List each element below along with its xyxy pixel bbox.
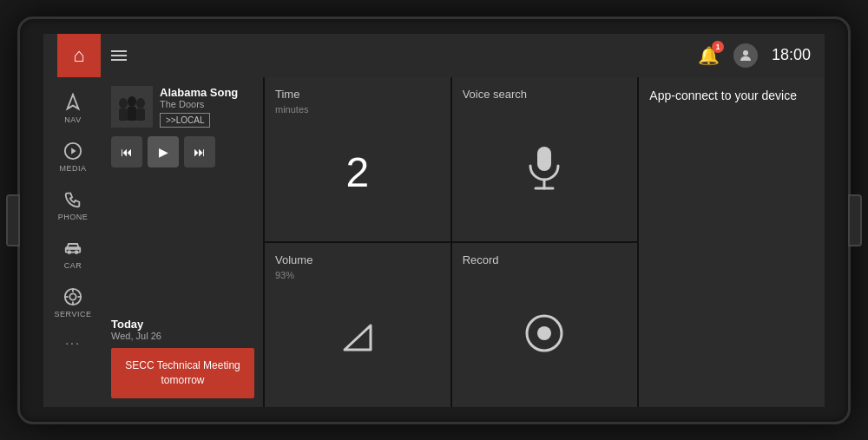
time-tile-title: Time — [275, 88, 440, 101]
sidebar-item-phone[interactable]: PHONE — [43, 181, 102, 230]
voice-tile[interactable]: Voice search — [452, 77, 638, 241]
svg-point-16 — [128, 96, 136, 107]
media-tile[interactable]: Alabama Song The Doors >>LOCAL ⏮ ▶ ⏭ Tod… — [102, 77, 263, 407]
top-bar: ⌂ 🔔 1 18:00 — [43, 34, 825, 77]
cal-event[interactable]: SECC Technical Meeting tomorrow — [111, 348, 254, 398]
menu-line1 — [111, 50, 127, 52]
sidebar-label-car: CAR — [64, 261, 82, 270]
svg-rect-17 — [128, 107, 136, 121]
profile-icon — [738, 48, 753, 63]
voice-tile-title: Voice search — [463, 88, 628, 101]
album-art — [111, 86, 153, 128]
sidebar-item-media[interactable]: MEDIA — [43, 133, 102, 181]
cal-date: Today — [111, 318, 254, 331]
nav-icon — [63, 93, 82, 112]
home-button[interactable]: ⌂ — [57, 34, 101, 77]
svg-point-18 — [136, 98, 145, 108]
clock-display: 18:00 — [772, 46, 811, 64]
sidebar: NAV MEDIA PHONE — [43, 77, 102, 407]
media-info: Alabama Song The Doors >>LOCAL — [160, 86, 254, 128]
song-artist: The Doors — [160, 99, 254, 109]
car-icon — [63, 239, 82, 258]
bracket-right — [848, 194, 862, 246]
volume-tile-title: Volume — [275, 253, 440, 266]
top-bar-right: 🔔 1 18:00 — [698, 43, 811, 68]
next-button[interactable]: ⏭ — [184, 136, 215, 167]
sidebar-label-service: SERVICE — [55, 310, 92, 319]
record-tile-title: Record — [463, 253, 628, 266]
volume-icon — [275, 280, 440, 397]
more-button[interactable]: ··· — [56, 327, 89, 358]
time-tile-value: 2 — [275, 115, 440, 231]
notification-bell[interactable]: 🔔 1 — [698, 45, 720, 66]
service-icon — [63, 287, 82, 306]
screen: ⌂ 🔔 1 18:00 — [43, 34, 825, 407]
profile-button[interactable] — [733, 43, 758, 68]
menu-line3 — [111, 59, 127, 61]
song-title: Alabama Song — [160, 86, 254, 99]
svg-point-14 — [119, 98, 128, 108]
svg-point-0 — [743, 50, 748, 56]
svg-rect-15 — [119, 108, 128, 121]
play-button[interactable]: ▶ — [148, 136, 179, 167]
sidebar-label-phone: PHONE — [58, 213, 89, 221]
volume-tile-value: 93% — [275, 270, 440, 280]
notification-badge: 1 — [712, 41, 724, 53]
svg-marker-3 — [71, 148, 76, 154]
record-icon — [463, 270, 628, 397]
mic-icon — [463, 104, 628, 231]
app-connect-text: App-connect to your device — [649, 88, 814, 105]
album-art-inner — [111, 86, 153, 128]
bracket-left — [6, 194, 20, 246]
svg-point-25 — [537, 326, 551, 340]
top-bar-left: ⌂ — [57, 34, 127, 77]
app-connect-tile[interactable]: App-connect to your device — [639, 77, 825, 407]
svg-point-8 — [69, 293, 76, 299]
media-icon — [63, 141, 82, 161]
media-controls: ⏮ ▶ ⏭ — [111, 136, 254, 167]
svg-marker-1 — [68, 94, 79, 108]
menu-button[interactable] — [111, 50, 127, 61]
sidebar-item-nav[interactable]: NAV — [43, 84, 102, 133]
sidebar-item-car[interactable]: CAR — [43, 230, 102, 279]
time-tile[interactable]: Time minutes 2 — [265, 77, 450, 241]
prev-button[interactable]: ⏮ — [111, 136, 142, 167]
phone-icon — [63, 190, 82, 209]
volume-tile[interactable]: Volume 93% — [265, 243, 450, 407]
tiles-grid: Alabama Song The Doors >>LOCAL ⏮ ▶ ⏭ Tod… — [102, 77, 825, 407]
cal-day: Wed, Jul 26 — [111, 331, 254, 341]
sidebar-label-nav: NAV — [64, 115, 81, 124]
home-icon: ⌂ — [73, 44, 84, 67]
sidebar-item-service[interactable]: SERVICE — [43, 279, 102, 327]
device-frame: ⌂ 🔔 1 18:00 — [17, 16, 851, 424]
record-tile[interactable]: Record — [452, 243, 638, 407]
svg-rect-20 — [537, 147, 551, 171]
sidebar-label-media: MEDIA — [59, 164, 86, 173]
album-silhouette-svg — [111, 86, 153, 128]
main-content: NAV MEDIA PHONE — [43, 77, 825, 407]
local-badge[interactable]: >>LOCAL — [160, 113, 210, 128]
calendar-section: Today Wed, Jul 26 SECC Technical Meeting… — [111, 318, 254, 398]
menu-line2 — [111, 55, 127, 56]
media-header: Alabama Song The Doors >>LOCAL — [111, 86, 254, 128]
time-tile-subtitle: minutes — [275, 104, 440, 115]
svg-rect-19 — [136, 108, 145, 121]
svg-marker-23 — [345, 325, 371, 350]
